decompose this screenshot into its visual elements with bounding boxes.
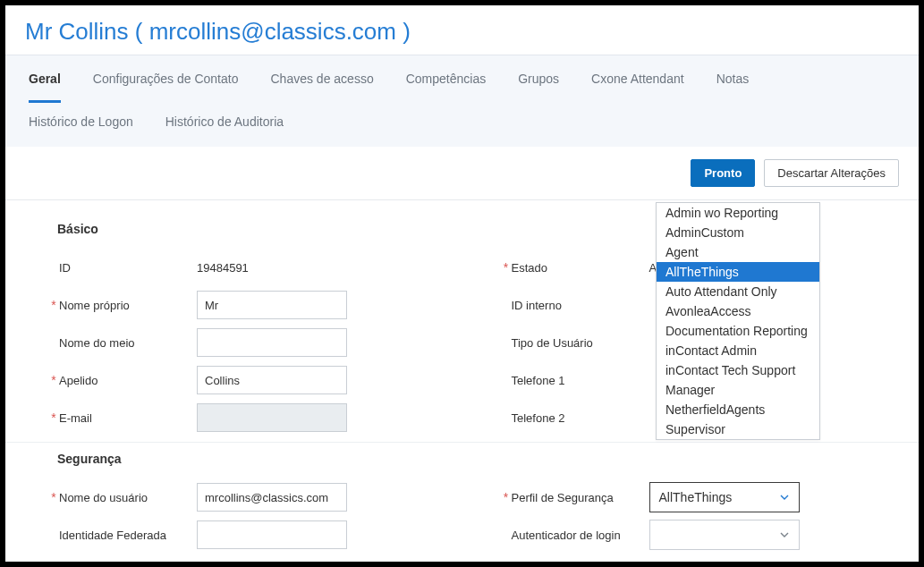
chevron-down-icon <box>779 529 790 540</box>
email-input[interactable] <box>197 403 347 432</box>
login-auth-label: Autenticador de login <box>512 529 649 542</box>
required-marker: * <box>501 260 512 275</box>
federated-label: Identidade Federada <box>59 529 197 542</box>
status-label: Estado <box>512 261 649 275</box>
id-value: 19484591 <box>197 261 249 275</box>
tab-compet-ncias[interactable]: Competências <box>406 55 487 102</box>
field-id: ID 19484591 <box>48 249 447 286</box>
dropdown-option[interactable]: AllTheThings <box>657 262 819 282</box>
user-type-label: Tipo de Usuário <box>512 336 649 350</box>
form-content: Básico ID 19484591 * Nome próprio Nome d… <box>5 200 919 562</box>
app-window: Mr Collins ( mrcollins@classics.com ) Ge… <box>5 5 919 562</box>
login-auth-select[interactable] <box>649 520 800 550</box>
required-marker: * <box>48 373 59 387</box>
security-grid: * Nome do usuário Identidade Federada * … <box>48 478 899 554</box>
tabs-row-secondary: Histórico de LogonHistórico de Auditoria <box>5 102 919 147</box>
security-profile-dropdown[interactable]: Admin wo ReportingAdminCustomAgentAllThe… <box>656 202 820 440</box>
username-input[interactable] <box>197 483 347 512</box>
field-last-name: * Apelido <box>48 361 447 399</box>
field-security-profile: * Perfil de Segurança AllTheThings <box>501 478 900 516</box>
first-name-input[interactable] <box>197 291 347 319</box>
field-federated: Identidade Federada <box>48 516 447 554</box>
header: Mr Collins ( mrcollins@classics.com ) <box>5 5 919 55</box>
field-middle-name: Nome do meio <box>48 324 447 361</box>
federated-input[interactable] <box>197 520 347 549</box>
middle-name-label: Nome do meio <box>59 336 197 350</box>
security-profile-select[interactable]: AllTheThings <box>649 482 800 512</box>
field-username: * Nome do usuário <box>48 478 447 516</box>
tab-geral[interactable]: Geral <box>29 55 61 103</box>
last-name-input[interactable] <box>197 366 347 394</box>
dropdown-option[interactable]: Auto Attendant Only <box>657 282 819 301</box>
security-profile-label: Perfil de Segurança <box>512 491 649 504</box>
email-label: E-mail <box>59 411 197 425</box>
chevron-down-icon <box>779 492 790 503</box>
id-label: ID <box>59 261 197 275</box>
discard-button[interactable]: Descartar Alterações <box>764 159 899 187</box>
required-marker: * <box>48 410 59 425</box>
dropdown-option[interactable]: Documentation Reporting <box>657 321 819 341</box>
phone2-label: Telefone 2 <box>512 411 649 425</box>
field-email: * E-mail <box>48 399 447 436</box>
field-first-name: * Nome próprio <box>48 286 447 324</box>
phone1-label: Telefone 1 <box>512 374 649 387</box>
section-security-title: Segurança <box>48 443 899 478</box>
middle-name-input[interactable] <box>197 328 347 357</box>
security-profile-value: AllTheThings <box>659 490 733 504</box>
last-name-label: Apelido <box>59 374 197 387</box>
tab-chaves-de-acesso[interactable]: Chaves de acesso <box>270 55 373 102</box>
internal-id-label: ID interno <box>512 299 649 312</box>
tab-configura-es-de-contato[interactable]: Configurações de Contato <box>93 55 239 102</box>
dropdown-option[interactable]: AdminCustom <box>657 223 819 242</box>
dropdown-option[interactable]: Agent <box>657 242 819 262</box>
page-title: Mr Collins ( mrcollins@classics.com ) <box>25 18 899 46</box>
security-left: * Nome do usuário Identidade Federada <box>48 478 447 554</box>
tab-grupos[interactable]: Grupos <box>518 55 559 102</box>
action-bar: Pronto Descartar Alterações <box>5 147 919 200</box>
tab-hist-rico-de-auditoria[interactable]: Histórico de Auditoria <box>165 102 284 141</box>
required-marker: * <box>501 490 512 504</box>
done-button[interactable]: Pronto <box>691 159 755 187</box>
username-label: Nome do usuário <box>59 491 197 504</box>
tabs-container: GeralConfigurações de ContatoChaves de a… <box>5 55 919 147</box>
security-right: * Perfil de Segurança AllTheThings Auten… <box>501 478 900 554</box>
dropdown-option[interactable]: AvonleaAccess <box>657 301 819 321</box>
tab-notas[interactable]: Notas <box>716 55 750 102</box>
field-login-auth: Autenticador de login <box>501 516 900 554</box>
dropdown-option[interactable]: Supervisor <box>657 419 819 439</box>
basic-left: ID 19484591 * Nome próprio Nome do meio … <box>48 249 447 436</box>
required-marker: * <box>48 298 59 312</box>
tabs-row-primary: GeralConfigurações de ContatoChaves de a… <box>5 55 919 102</box>
tab-hist-rico-de-logon[interactable]: Histórico de Logon <box>29 102 133 141</box>
tab-cxone-attendant[interactable]: Cxone Attendant <box>591 55 684 102</box>
required-marker: * <box>48 490 59 504</box>
dropdown-option[interactable]: inContact Admin <box>657 341 819 360</box>
dropdown-option[interactable]: Admin wo Reporting <box>657 203 819 223</box>
first-name-label: Nome próprio <box>59 299 197 312</box>
dropdown-option[interactable]: inContact Tech Support <box>657 360 819 380</box>
dropdown-option[interactable]: NetherfieldAgents <box>657 400 819 419</box>
dropdown-option[interactable]: Manager <box>657 380 819 400</box>
